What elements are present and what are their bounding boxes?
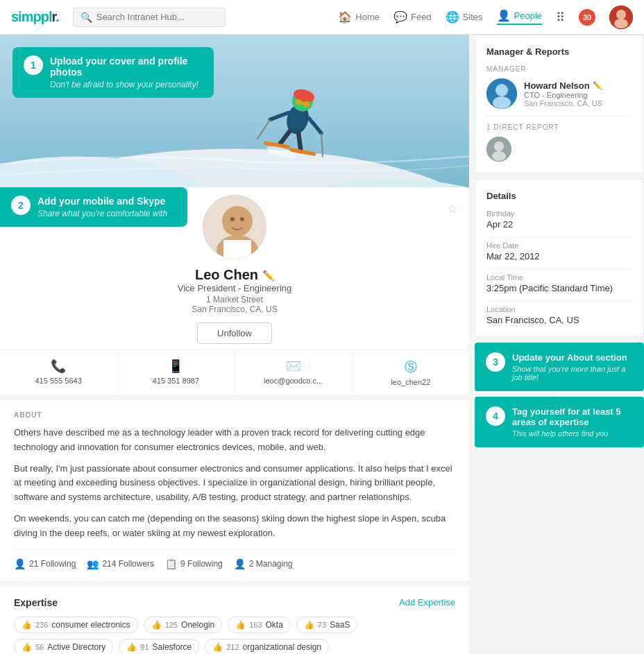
tag-active-directory[interactable]: 👍 56 Active Directory [14,639,113,654]
nav-feed[interactable]: 💬 Feed [393,10,432,24]
manager-reports-panel: Manager & Reports MANAGER Howard Nelson … [475,35,644,173]
svg-point-2 [614,19,628,28]
tag-count: 163 [249,621,262,629]
manager-avatar-image [486,78,517,109]
unfollow-button[interactable]: Unfollow [197,322,272,344]
onboarding-tip-4: 4 Tag yourself for at least 5 areas of e… [475,397,644,447]
manager-name: Howard Nelson ✏️ [524,80,602,91]
manager-label: MANAGER [486,65,632,73]
report-avatar-image [486,137,511,162]
like-icon: 👍 [22,642,32,652]
birthday-value: Apr 22 [486,219,632,230]
leo-avatar-image [203,195,269,261]
svg-point-1 [616,10,626,19]
svg-point-26 [240,217,244,221]
onboarding-tip-1: 1 Upload your cover and profile photos D… [12,47,214,98]
direct-report-row[interactable] [486,137,632,162]
right-column: Manager & Reports MANAGER Howard Nelson … [469,35,644,654]
manager-row[interactable]: Howard Nelson ✏️ CTO - Engineering San F… [486,78,632,109]
user-avatar[interactable] [609,6,633,29]
like-icon: 👍 [22,620,32,630]
cover-image[interactable]: 1 Upload your cover and profile photos D… [0,35,469,187]
nav-people[interactable]: 👤 People [497,9,542,25]
tag-count: 91 [140,643,149,651]
following-count: 21 Following [29,559,76,569]
email-item[interactable]: ✉️ leoc@goodco.c... [235,350,353,395]
expertise-header: Expertise Add Expertise [14,597,455,608]
groups-following-stat[interactable]: 📋 9 Following [165,558,223,569]
main-column: 1 Upload your cover and profile photos D… [0,35,469,654]
about-para-1: Others have described me as a technology… [14,426,455,455]
skype-value: leo_chen22 [391,378,430,386]
like-icon: 👍 [126,642,137,652]
people-icon: 👤 [497,9,511,22]
tag-count: 73 [318,621,326,629]
hire-date-value: Mar 22, 2012 [486,251,632,261]
like-icon: 👍 [212,642,223,652]
manager-divider [486,116,632,117]
followers-stat[interactable]: 👥 214 Followers [87,558,154,569]
edit-profile-icon[interactable]: ✏️ [262,270,274,281]
tip4-title: Tag yourself for at least 5 areas of exp… [512,406,633,427]
profile-street: 1 Market Street [0,295,469,304]
profile-avatar[interactable] [200,192,269,261]
phone-icon: 📞 [51,359,66,374]
hire-date-label: Hire Date [486,241,632,250]
avatar-image [609,6,633,29]
manager-avatar [486,78,517,109]
svg-point-31 [494,141,504,151]
tag-org-design[interactable]: 👍 212 organizational design [205,639,329,654]
managing-stat[interactable]: 👤 2 Managing [234,558,293,569]
tag-count: 56 [35,643,44,651]
followers-count: 214 Followers [102,559,154,569]
tip1-sub: Don't be afraid to show your personality… [50,80,203,89]
expertise-section: Expertise Add Expertise 👍 236 consumer e… [0,586,469,654]
manager-role: CTO - Engineering [524,91,602,99]
report-avatar [486,137,511,162]
svg-point-32 [492,151,506,161]
svg-rect-24 [223,240,251,261]
page-wrapper: 1 Upload your cover and profile photos D… [0,35,644,654]
profile-name-row: Leo Chen ✏️ [0,267,469,283]
search-container: 🔍 [73,8,226,27]
manager-edit-icon: ✏️ [593,81,602,90]
email-value: leoc@goodco.c... [264,377,323,385]
logo[interactable]: simpplr. [11,9,59,25]
following-stat[interactable]: 👤 21 Following [14,558,76,569]
detail-divider3 [486,300,632,301]
skype-item[interactable]: Ⓢ leo_chen22 [353,350,469,395]
nav-items: 🏠 Home 💬 Feed 🌐 Sites 👤 People ⠿ 30 [338,6,633,29]
profile-city: San Francisco, CA, US [0,304,469,314]
tag-label: organizational design [243,642,321,652]
tag-label: Onelogin [181,620,214,630]
tag-okta[interactable]: 👍 163 Okta [228,617,291,633]
search-icon: 🔍 [80,12,92,23]
phone1-item[interactable]: 📞 415 555 5643 [0,350,117,395]
followers-icon: 👥 [87,558,99,569]
tag-consumer-electronics[interactable]: 👍 236 consumer electronics [14,617,138,633]
svg-point-22 [222,206,253,236]
direct-report-label: 1 DIRECT REPORT [486,123,632,131]
notification-badge[interactable]: 30 [579,9,595,26]
profile-name: Leo Chen [195,267,258,283]
tag-label: Okta [266,620,283,630]
tag-saas[interactable]: 👍 73 SaaS [296,617,358,633]
add-expertise-link[interactable]: Add Expertise [399,597,455,608]
nav-home[interactable]: 🏠 Home [338,10,380,24]
tag-salesforce[interactable]: 👍 91 Salesforce [119,639,199,654]
details-panel: Details Birthday Apr 22 Hire Date Mar 22… [475,179,644,337]
grid-icon[interactable]: ⠿ [556,10,565,25]
tag-count: 125 [165,621,178,629]
local-time-value: 3:25pm (Pacific Standard Time) [486,283,632,293]
phone2-item[interactable]: 📱 415 351 8987 [117,350,235,395]
tip3-title: Update your About section [512,352,633,363]
profile-card: 1 Upload your cover and profile photos D… [0,35,469,395]
tip3-number: 3 [486,352,505,372]
nav-sites[interactable]: 🌐 Sites [446,10,483,24]
search-input[interactable] [96,12,218,22]
details-title: Details [486,191,632,201]
top-nav: simpplr. 🔍 🏠 Home 💬 Feed 🌐 Sites 👤 Peopl… [0,0,644,35]
about-para-2: But really, I'm just passionate about co… [14,462,455,505]
location-value: San Francisco, CA, US [486,315,632,325]
tag-onelogin[interactable]: 👍 125 Onelogin [144,617,222,633]
